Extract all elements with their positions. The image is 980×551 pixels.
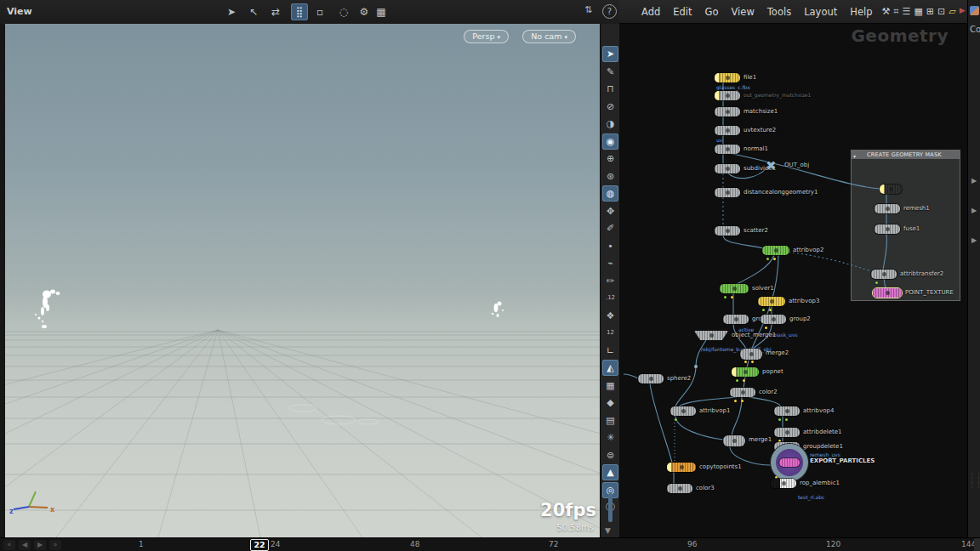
node-merge1[interactable] [723,435,745,446]
timeline-tick-24[interactable]: 24 [271,540,280,548]
menu-help[interactable]: Help [850,6,872,18]
persp-selector[interactable]: Persp ▾ [464,30,509,43]
node-rop_alembic1[interactable] [771,479,796,488]
checker-icon[interactable]: ▦ [602,378,618,394]
node-merge2[interactable] [740,349,762,360]
drag-handle[interactable]: ⋮⋮⋮⋮⋮⋮ [969,473,980,488]
expand-arrow-icon[interactable]: ▶ [971,236,977,244]
grid-view-icon[interactable]: ⊞ [926,6,934,17]
node-remesh1[interactable] [875,204,900,213]
select-arrow-icon[interactable]: ↖ [245,3,262,20]
brush-icon[interactable]: ✐ [602,220,618,236]
timeline-tick-48[interactable]: 48 [410,540,419,548]
node-sphere2[interactable] [638,374,664,383]
box-select-icon[interactable]: ▫ [311,3,328,20]
timeline-tick-72[interactable]: 72 [549,540,558,548]
timeline-tick-96[interactable]: 96 [687,540,697,548]
expand-arrow-icon[interactable]: ▶ [971,177,977,185]
network-editor[interactable]: Add Edit Go View Tools Layout Help ⚒⌗☰▦⊞… [619,0,967,537]
node-fuse1[interactable] [875,224,900,234]
panel-icon[interactable] [970,6,979,15]
node-POINT_TEXTURE[interactable] [873,288,902,298]
menu-add[interactable]: Add [641,6,660,18]
node-color2[interactable] [730,388,755,397]
timeline-tick-120[interactable]: 120 [826,540,840,548]
prim-paint-icon[interactable]: ❖ [602,308,618,324]
no-light-icon[interactable]: ⊘ [602,99,618,115]
node-matchsize1[interactable] [715,107,740,116]
point-numbers-icon[interactable]: .12 [602,290,618,306]
node-group1[interactable] [723,315,749,324]
network-canvas[interactable]: ▾ CREATE GEOMETRY MASK file1glasses_c.fb… [619,24,967,537]
needle-icon[interactable]: ✏ [602,273,618,289]
normal-light-icon[interactable]: ◉ [602,133,618,150]
menu-edit[interactable]: Edit [673,6,692,18]
list-rows-icon[interactable]: ☰ [903,6,911,17]
step-back-icon[interactable]: ◀ [19,540,31,550]
node-OUT_obj[interactable]: ✖ [766,158,777,173]
move-handles-icon[interactable]: ⇄ [267,3,284,20]
menu-view[interactable]: View [732,6,755,18]
high-quality-light-icon[interactable]: ⊛ [602,168,618,185]
view-tool-icon[interactable]: ➤ [602,46,618,62]
headlight-icon[interactable]: ◑ [602,116,618,132]
play-icon[interactable]: ▶ [34,540,46,550]
camera-tool-icon[interactable]: ⚙ [356,3,373,20]
camera-selector[interactable]: No cam ▾ [522,30,576,43]
node-attribtransfer2[interactable] [871,270,897,279]
toolbar-scrollbar[interactable] [608,493,612,522]
scene-viewport[interactable]: z x Persp ▾ No cam ▾ 20fps 50.58ms [5,24,600,537]
node-uvtexture2[interactable] [715,126,740,135]
corner-angle-icon[interactable]: ∟ [602,343,618,359]
toolbar-scroll-arrow-icon[interactable]: ▼ [605,526,611,535]
add-light-icon[interactable]: ⊕ [602,151,618,167]
pose-tool-icon[interactable]: ⣿ [291,3,308,20]
expand-arrow-icon[interactable]: ▶ [971,207,977,214]
prim-numbers-icon[interactable]: 12 [602,325,618,341]
menu-tools[interactable]: Tools [767,6,791,18]
hand-tool-icon[interactable]: ✥ [602,203,618,219]
settings-grid-icon[interactable]: ▦ [373,3,390,20]
sticky-note-icon[interactable]: ▱ [949,6,955,17]
node-distancealonggeometry1[interactable] [715,188,740,197]
menu-layout[interactable]: Layout [804,6,837,18]
display-options-icon[interactable]: ⇅ [584,4,592,15]
node-scatter2[interactable] [715,226,740,236]
node-copytopoints1[interactable] [667,463,696,472]
node-file1[interactable] [715,73,740,82]
pane-title[interactable]: View [7,6,32,17]
node-attribvop3[interactable] [758,297,785,306]
align-nodes-icon[interactable]: ⌗ [893,6,898,17]
color-palette-icon[interactable]: ▦ [914,6,922,17]
node-out_geometry_matchsize1[interactable] [715,91,740,100]
node-normal1[interactable] [715,145,740,154]
timeline-tick-1[interactable]: 1 [139,540,144,548]
collapsed-tab-label[interactable]: Co [970,25,980,34]
node-group2[interactable] [761,315,786,324]
image-plane-icon[interactable]: ▤ [602,412,618,429]
node-attribdelete1[interactable] [774,428,800,437]
jump-start-icon[interactable]: « [3,540,15,550]
feather-icon[interactable]: ◭ [602,360,618,376]
diamond-icon[interactable]: ◆ [602,395,618,411]
node-attribvop1[interactable] [670,406,696,416]
point-marker-icon[interactable]: • [602,238,618,254]
landscape-icon[interactable]: ▲ [602,464,618,480]
jump-end-icon[interactable]: » [49,540,61,550]
current-frame-indicator[interactable]: 22 [250,539,269,551]
circle-lines-icon[interactable]: ⊜ [602,447,618,463]
menu-go[interactable]: Go [705,6,719,18]
secure-selection-icon[interactable]: ➤ [223,3,240,20]
material-shade-icon[interactable]: ◍ [602,185,618,202]
node-popnet[interactable] [732,367,759,377]
tools-wrench-icon[interactable]: ⚒ [881,6,890,17]
lasso-icon[interactable]: ✎ [602,64,618,80]
node-maskbox_input[interactable] [880,185,902,194]
snap-circle-icon[interactable]: ◌ [335,3,352,20]
node-attribvop2[interactable] [762,246,789,255]
fan-icon[interactable]: ✳ [602,429,618,446]
node-color3[interactable] [667,484,692,493]
node-subdivide1[interactable] [715,164,740,173]
help-icon[interactable]: ? [602,4,617,19]
timeline-bar[interactable]: «◀▶» 124487296120144 22 [0,537,980,551]
